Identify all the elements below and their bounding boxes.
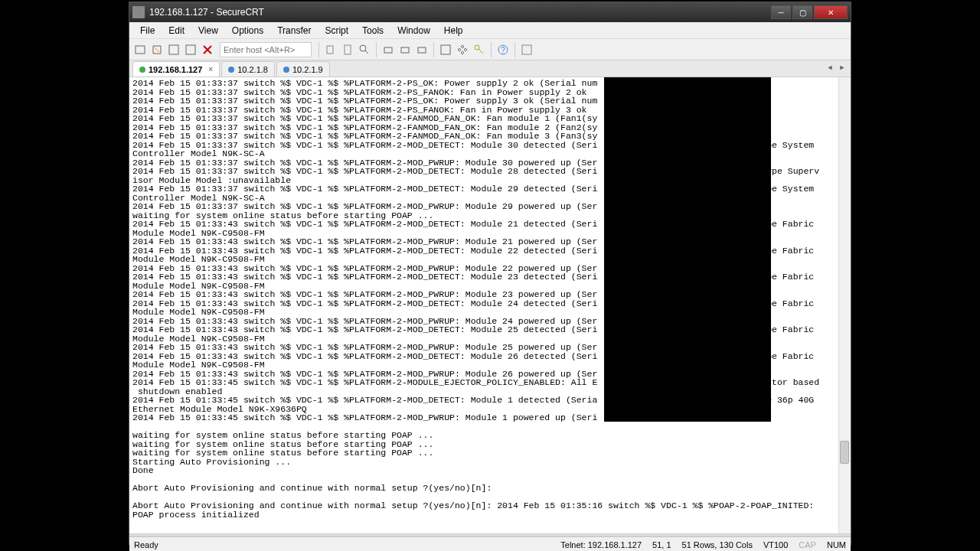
toolbar-separator — [514, 42, 515, 57]
connection-status-icon — [139, 67, 145, 73]
tab-scroll-right-icon[interactable]: ► — [837, 62, 848, 73]
menu-transfer[interactable]: Transfer — [271, 24, 317, 37]
terminal-area[interactable]: 2014 Feb 15 01:33:37 switch %$ VDC-1 %$ … — [129, 77, 851, 533]
window-title: 192.168.1.127 - SecureCRT — [149, 7, 771, 18]
svg-rect-13 — [522, 45, 531, 54]
status-caps: CAP — [799, 540, 816, 549]
overlay-region — [604, 77, 771, 422]
svg-rect-1 — [169, 45, 178, 54]
menu-options[interactable]: Options — [226, 24, 270, 37]
find-icon[interactable] — [357, 42, 372, 57]
print-icon[interactable] — [381, 42, 396, 57]
svg-text:?: ? — [501, 46, 505, 54]
paste-icon[interactable] — [340, 42, 355, 57]
tab-close-icon[interactable]: × — [208, 65, 213, 73]
close-button[interactable]: ✕ — [814, 5, 848, 19]
disconnect-icon[interactable] — [183, 42, 198, 57]
menubar: File Edit View Options Transfer Script T… — [129, 22, 851, 39]
titlebar[interactable]: 192.168.1.127 - SecureCRT ─ ▢ ✕ — [129, 2, 851, 22]
menu-tools[interactable]: Tools — [356, 24, 390, 37]
tab-session-2[interactable]: 10.2.1.8 — [221, 61, 275, 77]
svg-rect-3 — [327, 46, 333, 54]
host-input[interactable] — [220, 42, 312, 57]
tab-session-3[interactable]: 10.2.1.9 — [276, 61, 330, 77]
toolbar-separator — [376, 42, 377, 57]
toolbar-separator — [433, 42, 434, 57]
menu-file[interactable]: File — [134, 24, 161, 37]
tabbar: 192.168.1.127 × 10.2.1.8 10.2.1.9 ◄ ► — [129, 60, 851, 77]
status-connection: Telnet: 192.168.1.127 — [560, 540, 642, 549]
menu-view[interactable]: View — [192, 24, 224, 37]
tab-label: 10.2.1.8 — [237, 65, 268, 74]
svg-rect-7 — [401, 47, 409, 53]
menu-window[interactable]: Window — [391, 24, 436, 37]
status-num: NUM — [827, 540, 846, 549]
quick-connect-icon[interactable] — [149, 42, 165, 57]
status-size: 51 Rows, 130 Cols — [682, 540, 753, 549]
print-selection-icon[interactable] — [414, 42, 430, 57]
connection-status-icon — [283, 67, 289, 73]
app-window: 192.168.1.127 - SecureCRT ─ ▢ ✕ File Edi… — [129, 2, 851, 545]
status-right: Telnet: 192.168.1.127 51, 1 51 Rows, 130… — [560, 540, 846, 549]
help-icon[interactable]: ? — [495, 42, 511, 57]
maximize-button[interactable]: ▢ — [792, 5, 812, 19]
svg-rect-4 — [345, 45, 351, 54]
scroll-thumb[interactable] — [840, 441, 849, 464]
reconnect-icon[interactable] — [166, 42, 181, 57]
svg-rect-9 — [441, 45, 450, 54]
tab-session-1[interactable]: 192.168.1.127 × — [132, 61, 220, 77]
connection-status-icon — [228, 67, 234, 73]
app-icon — [132, 6, 145, 18]
tab-label: 192.168.1.127 — [149, 65, 202, 74]
window-controls: ─ ▢ ✕ — [771, 5, 848, 19]
menu-script[interactable]: Script — [318, 24, 354, 37]
status-emulation: VT100 — [763, 540, 788, 549]
tab-scroll-left-icon[interactable]: ◄ — [825, 62, 835, 73]
global-options-icon[interactable] — [455, 42, 470, 57]
menu-help[interactable]: Help — [438, 24, 469, 37]
toolbar-separator — [318, 42, 319, 57]
toolbar: ? — [129, 39, 851, 60]
statusbar: Ready Telnet: 192.168.1.127 51, 1 51 Row… — [129, 536, 851, 551]
svg-rect-0 — [136, 46, 145, 54]
tab-label: 10.2.1.9 — [292, 65, 323, 74]
copy-icon[interactable] — [323, 42, 338, 57]
svg-rect-6 — [384, 47, 392, 53]
status-position: 51, 1 — [652, 540, 671, 549]
session-options-icon[interactable] — [438, 42, 453, 57]
svg-rect-2 — [186, 45, 195, 54]
stop-icon[interactable] — [200, 42, 215, 57]
toolbar-separator — [491, 42, 492, 57]
vertical-scrollbar[interactable] — [838, 77, 851, 533]
minimize-button[interactable]: ─ — [771, 5, 791, 19]
print-screen-icon[interactable] — [397, 42, 413, 57]
key-icon[interactable] — [472, 42, 487, 57]
connect-icon[interactable] — [132, 42, 148, 57]
tab-scroll-arrows: ◄ ► — [825, 62, 848, 73]
menu-edit[interactable]: Edit — [162, 24, 191, 37]
tile-icon[interactable] — [519, 42, 534, 57]
svg-rect-8 — [418, 47, 426, 53]
svg-point-5 — [360, 45, 366, 51]
status-ready: Ready — [134, 540, 560, 549]
